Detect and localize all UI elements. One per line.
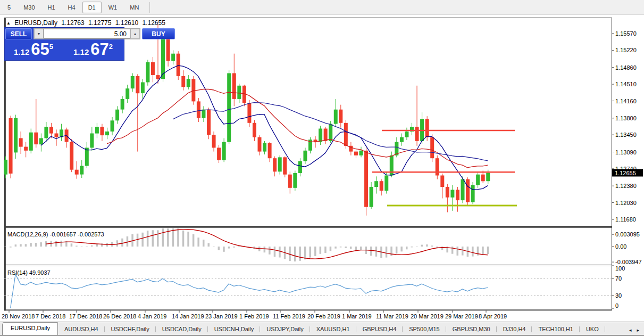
ohlc-open: 1.12763 bbox=[61, 19, 84, 27]
date-axis-label: 20 Feb 2019 bbox=[307, 313, 340, 319]
chart-tab-bar: EURUSD,DailyAUDUSD,H4USDCHF,DailyUSDCAD,… bbox=[0, 322, 644, 336]
date-axis-label: 20 Mar 2019 bbox=[411, 313, 444, 319]
date-axis-label: 11 Mar 2019 bbox=[376, 313, 408, 319]
buy-price-main: 1.12 bbox=[73, 47, 89, 56]
timeframe-button-d1[interactable]: D1 bbox=[82, 2, 102, 13]
price-axis-label: 1.13090 bbox=[615, 149, 637, 155]
price-axis-label: 1.14860 bbox=[615, 64, 637, 71]
chart-tab-tech100-h1[interactable]: TECH100,H1 bbox=[532, 324, 579, 335]
chart-tab-usdcnh-daily[interactable]: USDCNH,Daily bbox=[208, 324, 261, 335]
buy-price-sup: 2 bbox=[109, 43, 113, 51]
chart-header: ▲ EURUSD,Daily 1.12763 1.12775 1.12610 1… bbox=[6, 19, 168, 27]
chart-tab-sp500-m15[interactable]: SP500,M15 bbox=[403, 324, 446, 335]
date-axis-label: 26 Dec 2018 bbox=[103, 313, 136, 319]
date-axis-label: 28 Nov 2018 bbox=[2, 313, 35, 319]
sell-price-big: 65 bbox=[31, 41, 49, 58]
timeframe-button-m30[interactable]: M30 bbox=[18, 2, 40, 13]
price-axis-label: 1.14160 bbox=[615, 98, 637, 104]
rsi-axis-label: 0 bbox=[615, 302, 618, 309]
price-axis-label: 1.13800 bbox=[615, 115, 637, 121]
rsi-axis-label: 100 bbox=[615, 265, 625, 272]
price-axis-label: 1.15220 bbox=[615, 47, 637, 53]
timeframe-button-w1[interactable]: W1 bbox=[103, 2, 123, 13]
date-axis-label: 29 Mar 2019 bbox=[445, 313, 478, 319]
current-price-tag-text: 1.12655 bbox=[615, 170, 636, 176]
sell-price-display[interactable]: 1.12 65 5 bbox=[5, 40, 62, 60]
collapse-triangle-icon[interactable]: ▲ bbox=[6, 21, 11, 26]
price-axis-label: 1.12380 bbox=[615, 183, 637, 189]
chart-tab-gbpusd-m30[interactable]: GBPUSD,M30 bbox=[446, 324, 497, 335]
date-axis-label: 1 Feb 2019 bbox=[239, 313, 269, 319]
chart-tab-usdcad-daily[interactable]: USDCAD,Daily bbox=[156, 324, 208, 335]
price-axis-label: 1.13450 bbox=[615, 132, 637, 138]
chart-tab-xauusd-h1[interactable]: XAUUSD,H1 bbox=[310, 324, 356, 335]
chart-tab-usdchf-daily[interactable]: USDCHF,Daily bbox=[105, 324, 156, 335]
one-click-trading-panel: SELL ▼ ▲ BUY 1.12 65 5 1.12 67 2 bbox=[4, 27, 124, 61]
date-axis-label: 1 Mar 2019 bbox=[342, 313, 372, 319]
rsi-label: RSI(14) 49.9037 bbox=[7, 269, 51, 276]
terminal-window: 5M30H1H4D1W1MN 1.155701.152201.148601.14… bbox=[0, 0, 644, 336]
toolbar-divider bbox=[149, 2, 150, 13]
tab-scroll-left-icon[interactable]: ◂ bbox=[626, 325, 634, 335]
sell-price-main: 1.12 bbox=[14, 47, 29, 56]
date-axis-label: 7 Dec 2018 bbox=[36, 313, 65, 319]
buy-price-big: 67 bbox=[90, 41, 108, 58]
tab-scroll-right-icon[interactable]: ▸ bbox=[634, 325, 642, 335]
timeframe-button-h4[interactable]: H4 bbox=[62, 2, 81, 13]
rsi-line bbox=[11, 274, 488, 308]
chart-tab-usdjpy-daily[interactable]: USDJPY,Daily bbox=[260, 324, 310, 335]
macd-axis-label: 0.003095 bbox=[615, 231, 640, 237]
buy-price-display[interactable]: 1.12 67 2 bbox=[62, 40, 124, 60]
date-axis-label: 23 Jan 2019 bbox=[205, 313, 238, 319]
price-axis-label: 1.14510 bbox=[615, 81, 637, 87]
volume-stepper: ▼ ▲ bbox=[34, 28, 140, 39]
sell-button[interactable]: SELL bbox=[5, 28, 32, 39]
date-axis-label: 11 Feb 2019 bbox=[273, 313, 305, 319]
rsi-axis-label: 70 bbox=[615, 275, 622, 282]
timeframe-button-5[interactable]: 5 bbox=[2, 2, 16, 13]
price-axis-label: 1.12030 bbox=[615, 200, 637, 206]
macd-label: MACD(12,26,9) -0.001657 -0.002573 bbox=[7, 231, 104, 237]
price-axis-label: 1.15570 bbox=[615, 30, 637, 37]
tab-scroll-arrows: ◂▸ bbox=[626, 325, 644, 335]
sell-price-sup: 5 bbox=[49, 43, 53, 51]
rsi-axis-label: 30 bbox=[615, 292, 622, 299]
date-axis-label: 4 Jan 2019 bbox=[138, 313, 166, 319]
chart-symbol-label: EURUSD,Daily bbox=[14, 19, 57, 27]
chart-tab-audusd-h4[interactable]: AUDUSD,H4 bbox=[58, 324, 105, 335]
chart-tab-gbpusd-h4[interactable]: GBPUSD,H4 bbox=[356, 324, 403, 335]
timeframe-toolbar: 5M30H1H4D1W1MN bbox=[0, 0, 644, 15]
ohlc-high: 1.12775 bbox=[88, 19, 111, 27]
price-chart-canvas[interactable]: 1.155701.152201.148601.145101.141601.138… bbox=[0, 15, 644, 322]
chart-tab-eurusd-daily[interactable]: EURUSD,Daily bbox=[3, 322, 58, 335]
chart-tab-uko[interactable]: UKO bbox=[580, 324, 605, 335]
date-axis-label: 8 Apr 2019 bbox=[479, 313, 507, 319]
timeframe-button-h1[interactable]: H1 bbox=[42, 2, 61, 13]
ohlc-close: 1.12655 bbox=[143, 19, 165, 27]
date-axis-label: 17 Dec 2018 bbox=[69, 313, 102, 319]
volume-decrease-icon[interactable]: ▼ bbox=[34, 29, 44, 39]
macd-axis-label: 0.00 bbox=[615, 243, 626, 250]
buy-button[interactable]: BUY bbox=[142, 28, 175, 39]
ohlc-low: 1.12610 bbox=[115, 19, 138, 27]
volume-increase-icon[interactable]: ▲ bbox=[130, 29, 140, 39]
date-axis-label: 14 Jan 2019 bbox=[172, 313, 204, 319]
macd-axis-label: -0.003947 bbox=[615, 259, 642, 265]
chart-tab-dj30-h4[interactable]: DJ30,H4 bbox=[497, 324, 532, 335]
price-axis-label: 1.11680 bbox=[615, 216, 636, 223]
timeframe-button-mn[interactable]: MN bbox=[124, 2, 145, 13]
volume-input[interactable] bbox=[44, 29, 130, 39]
